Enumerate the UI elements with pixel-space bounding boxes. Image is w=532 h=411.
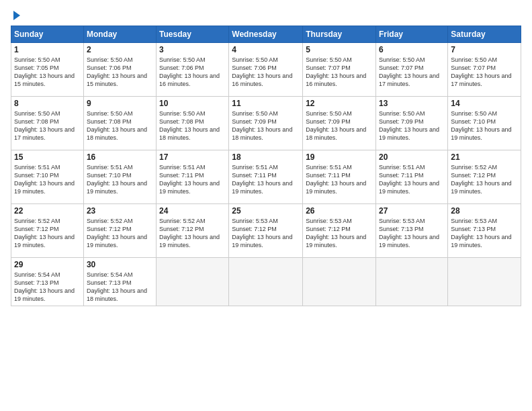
calendar-row: 8Sunrise: 5:50 AMSunset: 7:08 PMDaylight… bbox=[11, 97, 521, 150]
table-row bbox=[448, 258, 521, 306]
table-row: 4Sunrise: 5:50 AMSunset: 7:06 PMDaylight… bbox=[229, 43, 303, 97]
calendar-row: 15Sunrise: 5:51 AMSunset: 7:10 PMDayligh… bbox=[11, 150, 521, 204]
table-row: 26Sunrise: 5:53 AMSunset: 7:12 PMDayligh… bbox=[303, 204, 376, 258]
table-row bbox=[157, 258, 229, 306]
day-number: 15 bbox=[14, 152, 81, 162]
day-number: 19 bbox=[306, 152, 373, 162]
day-info: Sunrise: 5:50 AMSunset: 7:07 PMDaylight:… bbox=[451, 56, 518, 89]
day-info: Sunrise: 5:51 AMSunset: 7:11 PMDaylight:… bbox=[232, 163, 300, 196]
calendar-header-row: Sunday Monday Tuesday Wednesday Thursday… bbox=[11, 26, 521, 43]
day-number: 10 bbox=[159, 99, 226, 108]
day-number: 29 bbox=[14, 260, 81, 269]
day-info: Sunrise: 5:53 AMSunset: 7:13 PMDaylight:… bbox=[379, 217, 445, 250]
day-number: 6 bbox=[379, 45, 445, 54]
table-row: 20Sunrise: 5:51 AMSunset: 7:11 PMDayligh… bbox=[376, 150, 448, 204]
day-info: Sunrise: 5:51 AMSunset: 7:10 PMDaylight:… bbox=[87, 163, 153, 196]
table-row bbox=[376, 258, 448, 306]
day-number: 28 bbox=[451, 206, 518, 216]
day-info: Sunrise: 5:51 AMSunset: 7:11 PMDaylight:… bbox=[379, 163, 445, 196]
day-info: Sunrise: 5:53 AMSunset: 7:13 PMDaylight:… bbox=[451, 217, 518, 250]
day-info: Sunrise: 5:50 AMSunset: 7:08 PMDaylight:… bbox=[159, 109, 226, 142]
day-info: Sunrise: 5:50 AMSunset: 7:06 PMDaylight:… bbox=[87, 56, 153, 89]
day-number: 9 bbox=[87, 99, 153, 108]
col-sunday: Sunday bbox=[11, 26, 84, 43]
col-monday: Monday bbox=[83, 26, 156, 43]
col-wednesday: Wednesday bbox=[229, 26, 303, 43]
day-info: Sunrise: 5:50 AMSunset: 7:10 PMDaylight:… bbox=[451, 109, 518, 142]
table-row: 12Sunrise: 5:50 AMSunset: 7:09 PMDayligh… bbox=[303, 97, 376, 150]
table-row: 13Sunrise: 5:50 AMSunset: 7:09 PMDayligh… bbox=[376, 97, 448, 150]
calendar-row: 1Sunrise: 5:50 AMSunset: 7:05 PMDaylight… bbox=[11, 43, 521, 97]
day-info: Sunrise: 5:52 AMSunset: 7:12 PMDaylight:… bbox=[451, 163, 518, 196]
day-info: Sunrise: 5:51 AMSunset: 7:10 PMDaylight:… bbox=[14, 163, 81, 196]
table-row bbox=[229, 258, 303, 306]
table-row: 23Sunrise: 5:52 AMSunset: 7:12 PMDayligh… bbox=[83, 204, 156, 258]
col-thursday: Thursday bbox=[303, 26, 376, 43]
day-info: Sunrise: 5:50 AMSunset: 7:07 PMDaylight:… bbox=[379, 56, 445, 89]
table-row: 19Sunrise: 5:51 AMSunset: 7:11 PMDayligh… bbox=[303, 150, 376, 204]
day-info: Sunrise: 5:51 AMSunset: 7:11 PMDaylight:… bbox=[159, 163, 226, 196]
table-row: 8Sunrise: 5:50 AMSunset: 7:08 PMDaylight… bbox=[11, 97, 84, 150]
table-row: 30Sunrise: 5:54 AMSunset: 7:13 PMDayligh… bbox=[83, 258, 156, 306]
day-info: Sunrise: 5:51 AMSunset: 7:11 PMDaylight:… bbox=[306, 163, 373, 196]
table-row: 9Sunrise: 5:50 AMSunset: 7:08 PMDaylight… bbox=[83, 97, 156, 150]
day-number: 1 bbox=[14, 45, 81, 54]
day-number: 18 bbox=[232, 152, 300, 162]
day-info: Sunrise: 5:52 AMSunset: 7:12 PMDaylight:… bbox=[14, 217, 81, 250]
day-number: 30 bbox=[87, 260, 153, 269]
table-row: 7Sunrise: 5:50 AMSunset: 7:07 PMDaylight… bbox=[448, 43, 521, 97]
table-row: 28Sunrise: 5:53 AMSunset: 7:13 PMDayligh… bbox=[448, 204, 521, 258]
day-number: 5 bbox=[306, 45, 373, 54]
col-saturday: Saturday bbox=[448, 26, 521, 43]
day-info: Sunrise: 5:50 AMSunset: 7:06 PMDaylight:… bbox=[159, 56, 226, 89]
day-number: 4 bbox=[232, 45, 300, 54]
table-row: 10Sunrise: 5:50 AMSunset: 7:08 PMDayligh… bbox=[157, 97, 229, 150]
table-row: 15Sunrise: 5:51 AMSunset: 7:10 PMDayligh… bbox=[11, 150, 84, 204]
table-row: 27Sunrise: 5:53 AMSunset: 7:13 PMDayligh… bbox=[376, 204, 448, 258]
day-number: 3 bbox=[159, 45, 226, 54]
calendar-page: Sunday Monday Tuesday Wednesday Thursday… bbox=[0, 0, 532, 411]
table-row: 24Sunrise: 5:52 AMSunset: 7:12 PMDayligh… bbox=[157, 204, 229, 258]
day-number: 27 bbox=[379, 206, 445, 216]
day-info: Sunrise: 5:54 AMSunset: 7:13 PMDaylight:… bbox=[14, 271, 81, 304]
table-row: 5Sunrise: 5:50 AMSunset: 7:07 PMDaylight… bbox=[303, 43, 376, 97]
calendar-table: Sunday Monday Tuesday Wednesday Thursday… bbox=[11, 26, 521, 306]
day-number: 25 bbox=[232, 206, 300, 216]
day-info: Sunrise: 5:50 AMSunset: 7:06 PMDaylight:… bbox=[232, 56, 300, 89]
day-number: 16 bbox=[87, 152, 153, 162]
day-number: 12 bbox=[306, 99, 373, 108]
day-info: Sunrise: 5:50 AMSunset: 7:09 PMDaylight:… bbox=[379, 109, 445, 142]
table-row: 2Sunrise: 5:50 AMSunset: 7:06 PMDaylight… bbox=[83, 43, 156, 97]
table-row: 14Sunrise: 5:50 AMSunset: 7:10 PMDayligh… bbox=[448, 97, 521, 150]
day-info: Sunrise: 5:50 AMSunset: 7:09 PMDaylight:… bbox=[232, 109, 300, 142]
calendar-row: 22Sunrise: 5:52 AMSunset: 7:12 PMDayligh… bbox=[11, 204, 521, 258]
table-row: 21Sunrise: 5:52 AMSunset: 7:12 PMDayligh… bbox=[448, 150, 521, 204]
day-info: Sunrise: 5:50 AMSunset: 7:05 PMDaylight:… bbox=[14, 56, 81, 89]
day-number: 26 bbox=[306, 206, 373, 216]
day-info: Sunrise: 5:50 AMSunset: 7:08 PMDaylight:… bbox=[14, 109, 81, 142]
table-row: 18Sunrise: 5:51 AMSunset: 7:11 PMDayligh… bbox=[229, 150, 303, 204]
day-number: 7 bbox=[451, 45, 518, 54]
day-number: 22 bbox=[14, 206, 81, 216]
day-number: 14 bbox=[451, 99, 518, 108]
day-number: 17 bbox=[159, 152, 226, 162]
day-number: 11 bbox=[232, 99, 300, 108]
header bbox=[11, 9, 521, 20]
day-number: 21 bbox=[451, 152, 518, 162]
day-info: Sunrise: 5:53 AMSunset: 7:12 PMDaylight:… bbox=[306, 217, 373, 250]
logo bbox=[11, 9, 20, 20]
day-number: 13 bbox=[379, 99, 445, 108]
day-info: Sunrise: 5:53 AMSunset: 7:12 PMDaylight:… bbox=[232, 217, 300, 250]
table-row bbox=[303, 258, 376, 306]
day-number: 8 bbox=[14, 99, 81, 108]
day-info: Sunrise: 5:52 AMSunset: 7:12 PMDaylight:… bbox=[87, 217, 153, 250]
day-info: Sunrise: 5:50 AMSunset: 7:09 PMDaylight:… bbox=[306, 109, 373, 142]
day-info: Sunrise: 5:54 AMSunset: 7:13 PMDaylight:… bbox=[87, 271, 153, 304]
day-info: Sunrise: 5:50 AMSunset: 7:07 PMDaylight:… bbox=[306, 56, 373, 89]
table-row: 17Sunrise: 5:51 AMSunset: 7:11 PMDayligh… bbox=[157, 150, 229, 204]
day-number: 23 bbox=[87, 206, 153, 216]
day-number: 20 bbox=[379, 152, 445, 162]
table-row: 6Sunrise: 5:50 AMSunset: 7:07 PMDaylight… bbox=[376, 43, 448, 97]
table-row: 11Sunrise: 5:50 AMSunset: 7:09 PMDayligh… bbox=[229, 97, 303, 150]
table-row: 1Sunrise: 5:50 AMSunset: 7:05 PMDaylight… bbox=[11, 43, 84, 97]
